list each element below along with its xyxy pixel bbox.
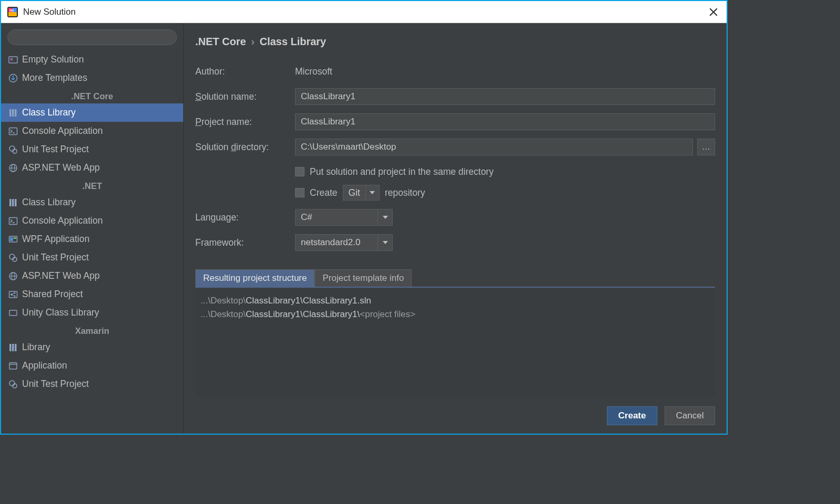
svg-rect-21: [15, 199, 17, 206]
test-icon: [8, 145, 18, 154]
svg-point-35: [14, 295, 15, 297]
framework-label: Framework:: [195, 237, 295, 248]
new-solution-dialog: RD New Solution Empty SolutionMore Templ…: [0, 0, 728, 435]
sidebar-item-wpf-application[interactable]: WPF Application: [1, 230, 183, 248]
tab-template-info[interactable]: Project template info: [314, 269, 412, 287]
breadcrumb-leaf: Class Library: [259, 36, 326, 47]
sidebar-item-class-library[interactable]: Class Library: [1, 193, 183, 212]
sidebar-item-unit-test-project[interactable]: Unit Test Project: [1, 248, 183, 267]
sidebar-item-empty-solution[interactable]: Empty Solution: [1, 50, 183, 69]
sidebar-item-label: Empty Solution: [22, 54, 84, 65]
language-dropdown[interactable]: C#: [295, 209, 393, 226]
sidebar-item-label: Class Library: [22, 107, 76, 118]
create-button[interactable]: Create: [607, 406, 657, 425]
same-directory-checkbox[interactable]: [295, 167, 304, 176]
repository-label: repository: [385, 187, 425, 198]
sidebar-item-label: Class Library: [22, 197, 76, 208]
titlebar: RD New Solution: [1, 1, 727, 23]
svg-rect-32: [9, 291, 17, 298]
sidebar-item-console-application[interactable]: Console Application: [1, 122, 183, 140]
same-directory-label: Put solution and project in the same dir…: [310, 166, 494, 177]
structure-panel: ...\Desktop\ClassLibrary1\ClassLibrary1.…: [195, 287, 715, 396]
framework-value: netstandard2.0: [296, 237, 377, 248]
framework-dropdown[interactable]: netstandard2.0: [295, 234, 393, 251]
svg-rect-22: [9, 217, 17, 224]
globe-icon: [8, 163, 18, 173]
svg-rect-40: [12, 344, 14, 351]
breadcrumb: .NET Core › Class Library: [195, 36, 715, 48]
sidebar-item-label: Unit Test Project: [22, 144, 89, 155]
sidebar-item-unit-test-project[interactable]: Unit Test Project: [1, 375, 183, 393]
chevron-down-icon: [377, 235, 392, 250]
svg-point-34: [14, 292, 15, 293]
author-label: Author:: [195, 66, 295, 77]
create-repo-checkbox[interactable]: [295, 188, 304, 197]
svg-rect-20: [12, 199, 14, 206]
sidebar-item-label: Library: [22, 342, 50, 353]
sidebar-item-label: Unit Test Project: [22, 252, 89, 263]
breadcrumb-separator: ›: [251, 36, 255, 47]
svg-rect-39: [9, 344, 12, 351]
sidebar-item-application[interactable]: Application: [1, 356, 183, 375]
console-icon: [8, 216, 18, 226]
app-logo-icon: RD: [6, 6, 19, 18]
sidebar-group-header: Xamarin: [1, 322, 183, 338]
solution-name-input[interactable]: [295, 88, 715, 105]
project-name-input[interactable]: [295, 113, 715, 130]
main-panel: .NET Core › Class Library Author: Micros…: [184, 23, 727, 434]
svg-point-14: [9, 146, 15, 151]
tab-structure[interactable]: Resulting project structure: [195, 269, 314, 287]
breadcrumb-root: .NET Core: [195, 36, 246, 47]
sidebar-item-label: Application: [22, 360, 67, 371]
vcs-dropdown[interactable]: Git: [343, 185, 380, 201]
svg-rect-12: [9, 128, 17, 134]
sidebar-item-unity-class-library[interactable]: Unity Class Library: [1, 303, 183, 322]
svg-text:RD: RD: [9, 9, 14, 12]
sidebar-item-asp-net-web-app[interactable]: ASP.NET Web App: [1, 159, 183, 177]
sidebar-item-library[interactable]: Library: [1, 338, 183, 356]
project-name-label: Project name:: [195, 117, 295, 128]
svg-rect-3: [8, 12, 17, 16]
svg-rect-7: [9, 57, 17, 63]
cancel-button[interactable]: Cancel: [665, 406, 715, 425]
solution-dir-input[interactable]: [295, 139, 693, 155]
dialog-footer: Create Cancel: [195, 396, 715, 425]
sidebar-item-class-library[interactable]: Class Library: [1, 103, 183, 122]
sidebar-item-label: ASP.NET Web App: [22, 270, 100, 281]
wpf-icon: [8, 235, 18, 244]
sidebar-item-label: ASP.NET Web App: [22, 162, 100, 173]
svg-line-36: [13, 293, 15, 294]
console-icon: [8, 127, 18, 136]
sidebar-item-label: More Templates: [22, 72, 87, 83]
close-button[interactable]: [706, 7, 721, 17]
sidebar-item-label: Console Application: [22, 215, 103, 226]
chevron-down-icon: [377, 209, 392, 225]
sidebar-item-shared-project[interactable]: Shared Project: [1, 285, 183, 303]
svg-rect-38: [9, 310, 17, 316]
globe-icon: [8, 271, 18, 281]
solution-dir-label: Solution directory:: [195, 142, 295, 153]
sidebar-item-console-application[interactable]: Console Application: [1, 212, 183, 230]
svg-rect-42: [9, 363, 17, 369]
browse-button[interactable]: …: [697, 139, 715, 155]
svg-rect-10: [12, 109, 14, 117]
unity-icon: [8, 308, 18, 318]
template-sidebar: Empty SolutionMore Templates .NET CoreCl…: [1, 23, 184, 434]
sidebar-item-more-templates[interactable]: More Templates: [1, 69, 183, 87]
ellipsis-icon: …: [702, 142, 710, 152]
sidebar-item-label: Unit Test Project: [22, 379, 89, 390]
test-icon: [8, 253, 18, 262]
sidebar-item-unit-test-project[interactable]: Unit Test Project: [1, 140, 183, 159]
shared-icon: [8, 290, 18, 299]
svg-point-27: [9, 254, 15, 259]
author-value: Microsoft: [295, 66, 332, 77]
svg-rect-25: [10, 237, 13, 241]
sidebar-group-header: .NET: [1, 177, 183, 193]
info-tabs: Resulting project structure Project temp…: [195, 269, 715, 287]
library-icon: [8, 343, 18, 352]
svg-rect-11: [15, 109, 17, 117]
sidebar-item-asp-net-web-app[interactable]: ASP.NET Web App: [1, 267, 183, 285]
svg-rect-19: [9, 199, 12, 206]
window-title: New Solution: [23, 7, 706, 17]
search-input[interactable]: [7, 29, 177, 45]
